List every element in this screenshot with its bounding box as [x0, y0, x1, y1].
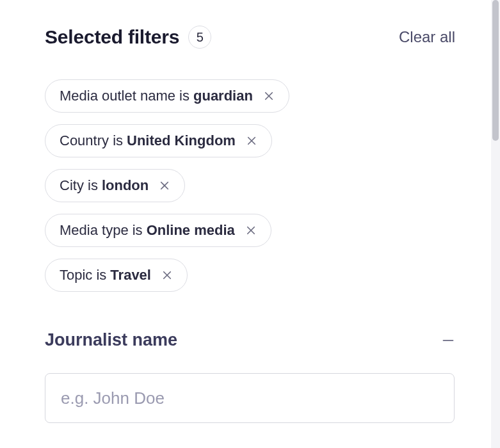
chip-remove-button[interactable]	[161, 269, 173, 281]
journalist-name-input[interactable]	[45, 373, 455, 423]
close-icon	[246, 135, 257, 147]
filters-panel: Selected filters 5 Clear all Media outle…	[0, 0, 500, 448]
scrollbar-thumb[interactable]	[492, 0, 499, 141]
journalist-name-accordion-header[interactable]: Journalist name	[45, 330, 455, 350]
filter-chip-country: Country is United Kingdom	[45, 124, 272, 157]
close-icon	[161, 269, 173, 281]
selected-filters-header: Selected filters 5 Clear all	[45, 26, 455, 49]
accordion-collapse-button[interactable]	[441, 333, 455, 348]
filter-chip-topic: Topic is Travel	[45, 259, 188, 292]
scrollbar-track[interactable]	[491, 0, 500, 448]
accordion-title: Journalist name	[45, 330, 177, 350]
close-icon	[159, 180, 170, 191]
filter-chip-media-outlet: Media outlet name is guardian	[45, 79, 289, 113]
chip-remove-button[interactable]	[263, 90, 275, 102]
close-icon	[245, 225, 257, 236]
selected-filters-title: Selected filters	[45, 26, 179, 48]
chip-value: United Kingdom	[127, 132, 236, 149]
chip-label: Country is	[60, 132, 123, 149]
title-wrap: Selected filters 5	[45, 26, 211, 49]
filter-chip-media-type: Media type is Online media	[45, 214, 271, 247]
chip-label: Topic is	[60, 267, 106, 284]
filter-chip-city: City is london	[45, 169, 185, 202]
minus-icon	[441, 333, 455, 348]
chip-remove-button[interactable]	[246, 135, 257, 147]
chip-remove-button[interactable]	[159, 180, 170, 191]
chip-remove-button[interactable]	[245, 225, 257, 236]
chip-label: Media outlet name is	[60, 88, 190, 104]
filter-chips-list: Media outlet name is guardian Country is…	[45, 79, 455, 292]
chip-label: City is	[60, 177, 98, 194]
chip-value: guardian	[193, 88, 253, 104]
chip-label: Media type is	[60, 222, 143, 239]
chip-value: london	[102, 177, 149, 194]
chip-value: Online media	[147, 222, 235, 239]
filter-count-badge: 5	[188, 26, 211, 49]
chip-value: Travel	[110, 267, 151, 284]
clear-all-button[interactable]: Clear all	[399, 28, 455, 46]
close-icon	[263, 90, 275, 102]
